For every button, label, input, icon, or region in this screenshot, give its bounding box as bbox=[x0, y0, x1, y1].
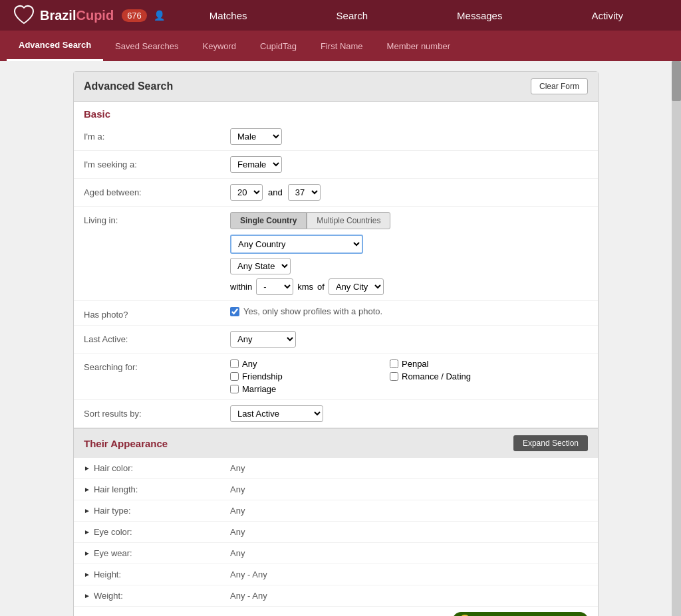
eye-wear-label: ► Eye wear: bbox=[84, 548, 230, 558]
appearance-header: Their Appearance Expand Section bbox=[74, 428, 598, 458]
age-row: Aged between: 20 1819212530 and 37 25303… bbox=[74, 179, 598, 207]
weight-text: Weight: bbox=[94, 591, 123, 601]
scrollbar-thumb[interactable] bbox=[672, 61, 681, 101]
single-country-btn[interactable]: Single Country bbox=[230, 212, 307, 229]
expand-triangle-icon: ► bbox=[84, 507, 90, 514]
city-select[interactable]: Any City bbox=[329, 278, 384, 295]
checkbox-romance-label: Romance / Dating bbox=[402, 371, 471, 381]
seeking-select[interactable]: Female Male bbox=[230, 156, 282, 173]
checkbox-romance: Romance / Dating bbox=[390, 371, 536, 381]
hair-type-value: Any bbox=[230, 506, 245, 516]
country-select[interactable]: Any Country Brazil Argentina bbox=[230, 235, 363, 254]
expand-triangle-icon: ► bbox=[84, 550, 90, 557]
checkbox-romance-input[interactable] bbox=[390, 372, 398, 381]
checkbox-friendship-label: Friendship bbox=[242, 371, 283, 381]
multiple-countries-btn[interactable]: Multiple Countries bbox=[307, 212, 390, 229]
subnav-member-number[interactable]: Member number bbox=[375, 31, 462, 61]
kms-label: kms bbox=[297, 282, 313, 292]
state-row: Any State bbox=[230, 258, 588, 274]
age-to-select[interactable]: 37 2530354050 bbox=[288, 184, 321, 201]
height-value: Any - Any bbox=[230, 569, 267, 579]
last-active-row: Last Active: Any Today This week This mo… bbox=[74, 326, 598, 354]
heart-logo-icon bbox=[13, 5, 35, 26]
within-label: within bbox=[230, 282, 252, 292]
bmi-row: ► Body Mass Index: Any - Any ? Question … bbox=[74, 607, 598, 616]
subnav-saved-searches[interactable]: Saved Searches bbox=[103, 31, 190, 61]
searching-for-label: Searching for: bbox=[84, 359, 230, 372]
notification-icon: 👤 bbox=[154, 10, 165, 21]
hair-length-row: ► Hair length: Any bbox=[74, 479, 598, 500]
im-a-select[interactable]: Male Female bbox=[230, 128, 282, 145]
checkbox-friendship-input[interactable] bbox=[230, 372, 239, 381]
panel-header: Advanced Search Clear Form bbox=[74, 72, 598, 102]
nav-messages[interactable]: Messages bbox=[444, 10, 515, 21]
within-row: within - 102550100 kms of Any City bbox=[230, 278, 588, 295]
notification-count[interactable]: 676 bbox=[122, 9, 147, 22]
eye-wear-row: ► Eye wear: Any bbox=[74, 543, 598, 564]
height-row: ► Height: Any - Any bbox=[74, 564, 598, 585]
panel-title: Advanced Search bbox=[84, 80, 173, 92]
subnav-cupidtag[interactable]: CupidTag bbox=[248, 31, 309, 61]
photo-checkbox-row: Yes, only show profiles with a photo. bbox=[230, 306, 588, 316]
subnav-keyword[interactable]: Keyword bbox=[191, 31, 249, 61]
seeking-label: I'm seeking a: bbox=[84, 156, 230, 169]
im-a-row: I'm a: Male Female bbox=[74, 123, 598, 151]
has-photo-checkbox[interactable] bbox=[230, 307, 239, 316]
height-text: Height: bbox=[94, 569, 121, 579]
checkbox-penpal-input[interactable] bbox=[390, 359, 398, 368]
nav-matches[interactable]: Matches bbox=[196, 10, 261, 21]
sub-navigation: Advanced Search Saved Searches Keyword C… bbox=[0, 31, 681, 61]
checkbox-marriage-input[interactable] bbox=[230, 385, 239, 393]
search-panel: Advanced Search Clear Form Basic I'm a: … bbox=[73, 71, 599, 616]
top-nav-links: Matches Search Messages Activity bbox=[165, 10, 668, 21]
subnav-advanced-search[interactable]: Advanced Search bbox=[7, 31, 103, 61]
im-a-control: Male Female bbox=[230, 128, 588, 145]
has-photo-control: Yes, only show profiles with a photo. bbox=[230, 306, 588, 316]
checkbox-penpal-label: Penpal bbox=[402, 359, 428, 369]
living-label: Living in: bbox=[84, 212, 230, 225]
last-active-control: Any Today This week This month bbox=[230, 331, 588, 348]
checkbox-marriage: Marriage bbox=[230, 384, 376, 394]
sort-label: Sort results by: bbox=[84, 405, 230, 419]
checkbox-any-label: Any bbox=[242, 359, 257, 369]
hair-length-text: Hair length: bbox=[94, 484, 138, 494]
state-select[interactable]: Any State bbox=[230, 258, 291, 274]
basic-section-label: Basic bbox=[74, 102, 598, 123]
upgrade-badge[interactable]: ? Question Locked - Upgrade Now! bbox=[453, 612, 588, 616]
checkbox-penpal: Penpal bbox=[390, 359, 536, 369]
hair-type-text: Hair type: bbox=[94, 506, 131, 516]
living-row: Living in: Single Country Multiple Count… bbox=[74, 207, 598, 301]
clear-form-button[interactable]: Clear Form bbox=[531, 78, 588, 94]
expand-triangle-icon: ► bbox=[84, 528, 90, 536]
hair-length-label: ► Hair length: bbox=[84, 484, 230, 494]
hair-type-label: ► Hair type: bbox=[84, 506, 230, 516]
within-distance-select[interactable]: - 102550100 bbox=[256, 278, 293, 295]
hair-color-row: ► Hair color: Any bbox=[74, 458, 598, 479]
hair-color-label: ► Hair color: bbox=[84, 463, 230, 473]
page-container: Advanced Search Clear Form Basic I'm a: … bbox=[0, 61, 681, 616]
weight-row: ► Weight: Any - Any bbox=[74, 585, 598, 607]
sort-control: Last Active Newest Members Closest to me bbox=[230, 405, 588, 422]
checkbox-any-input[interactable] bbox=[230, 359, 239, 368]
searching-for-row: Searching for: Any Penpal Fr bbox=[74, 354, 598, 400]
scrollbar-track[interactable] bbox=[672, 61, 681, 616]
sort-select[interactable]: Last Active Newest Members Closest to me bbox=[230, 405, 323, 422]
checkbox-friendship: Friendship bbox=[230, 371, 376, 381]
nav-activity[interactable]: Activity bbox=[578, 10, 636, 21]
age-from-select[interactable]: 20 1819212530 bbox=[230, 184, 263, 201]
subnav-first-name[interactable]: First Name bbox=[309, 31, 375, 61]
expand-section-button[interactable]: Expand Section bbox=[513, 435, 588, 451]
last-active-select[interactable]: Any Today This week This month bbox=[230, 331, 296, 348]
seeking-control: Female Male bbox=[230, 156, 588, 173]
hair-color-value: Any bbox=[230, 463, 245, 473]
searching-checkboxes: Any Penpal Friendship Romance / Dat bbox=[230, 359, 588, 394]
hair-length-value: Any bbox=[230, 484, 245, 494]
eye-wear-value: Any bbox=[230, 548, 245, 558]
brand-name: BrazilCupid bbox=[40, 8, 114, 23]
eye-color-label: ► Eye color: bbox=[84, 527, 230, 537]
photo-checkbox-label: Yes, only show profiles with a photo. bbox=[243, 306, 382, 316]
nav-search[interactable]: Search bbox=[323, 10, 382, 21]
age-and-label: and bbox=[268, 187, 283, 197]
eye-color-value: Any bbox=[230, 527, 245, 537]
checkbox-any: Any bbox=[230, 359, 376, 369]
